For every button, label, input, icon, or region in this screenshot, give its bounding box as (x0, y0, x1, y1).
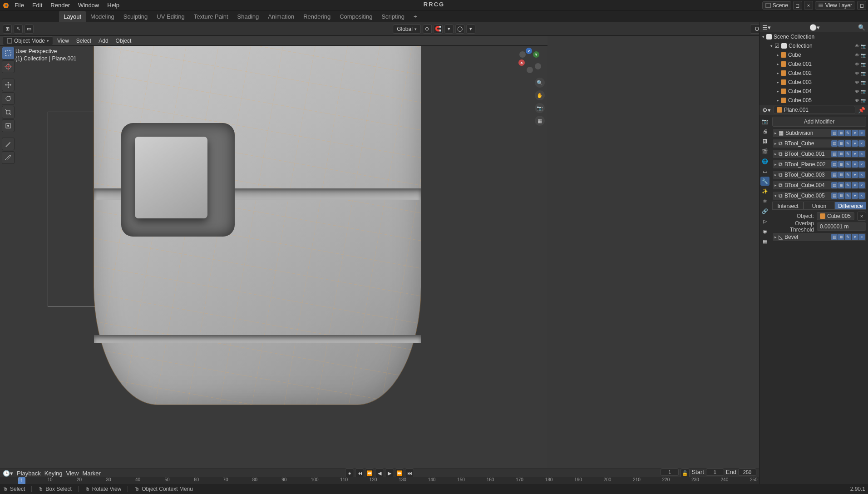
ptab-constraints[interactable]: 🔗 (760, 207, 769, 216)
outliner-item[interactable]: ▸Cube.003👁 📷 (760, 78, 868, 87)
pan-icon[interactable]: ✋ (535, 90, 545, 100)
ptab-scene[interactable]: 🎬 (760, 147, 769, 156)
workspace-compositing[interactable]: Compositing (335, 11, 377, 22)
proportional-type-icon[interactable]: ▾ (466, 25, 475, 34)
outliner-item[interactable]: ▸Cube.005👁 📷 (760, 96, 868, 105)
play-icon[interactable]: ▶ (385, 469, 394, 478)
ptab-texture[interactable]: ▦ (760, 237, 769, 246)
ptab-material[interactable]: ◉ (760, 227, 769, 236)
proportional-icon[interactable]: ◯ (455, 25, 464, 34)
viewlayer-selector[interactable]: View Layer (815, 1, 855, 10)
viewlayer-new-icon[interactable]: ◻ (857, 1, 866, 10)
viewport-menu-view[interactable]: View (54, 36, 72, 46)
outliner-scene-collection[interactable]: ▾ Scene Collection (760, 32, 868, 41)
tool-transform[interactable] (2, 119, 15, 132)
workspace-texpaint[interactable]: Texture Paint (189, 11, 233, 22)
scene-selector[interactable]: Scene (762, 1, 791, 10)
select-tool-icon[interactable]: ▭ (25, 25, 34, 34)
persp-ortho-icon[interactable]: ▦ (535, 116, 545, 126)
cursor-tool-icon[interactable]: ↖ (14, 25, 23, 34)
workspace-scripting[interactable]: Scripting (377, 11, 409, 22)
keyframe-next-icon[interactable]: ⏩ (395, 469, 404, 478)
tl-menu-marker[interactable]: Marker (82, 470, 100, 477)
timeline[interactable]: 🕒▾ Playback Keying View Marker ● ⏮ ⏪ ◀ ▶… (0, 469, 759, 484)
snap-type-icon[interactable]: ▾ (444, 25, 454, 34)
play-reverse-icon[interactable]: ◀ (375, 469, 384, 478)
jump-start-icon[interactable]: ⏮ (355, 469, 364, 478)
modifier-item[interactable]: ▸⧉BTool_Cube.001▤🖥✎▾× (772, 149, 866, 158)
ptab-world[interactable]: 🌐 (760, 157, 769, 166)
workspace-rendering[interactable]: Rendering (299, 11, 335, 22)
boolean-object-field[interactable]: Cube.005 (817, 212, 854, 220)
boolean-intersect[interactable]: Intersect (772, 202, 804, 210)
navigation-gizmo[interactable]: Y X Z (516, 48, 543, 75)
modifier-item[interactable]: ▸◺Bevel▤🖥✎▾× (772, 232, 866, 242)
outliner-editor-icon[interactable]: ☰▾ (762, 24, 771, 31)
workspace-layout[interactable]: Layout (59, 11, 86, 22)
modifier-item-expanded[interactable]: ▾⧉BTool_Cube.005▤🖥✎▾× (772, 191, 866, 200)
properties-editor-icon[interactable]: ⚙▾ (762, 107, 771, 114)
outliner-item[interactable]: ▸Cube👁 📷 (760, 50, 868, 59)
timeline-track[interactable]: 1 01020304050607080901001101201301401501… (0, 477, 759, 484)
snap-icon[interactable]: 🧲 (434, 25, 443, 34)
ptab-physics[interactable]: ⚛ (760, 197, 769, 206)
outliner[interactable]: ▾ Scene Collection ▾☑ Collection 👁 📷 ▸Cu… (760, 32, 868, 105)
scene-delete-icon[interactable]: × (804, 1, 813, 10)
pivot-icon[interactable]: ⊙ (423, 25, 432, 34)
tl-menu-playback[interactable]: Playback (17, 470, 41, 477)
modifier-item[interactable]: ▸⧉BTool_Cube.003▤🖥✎▾× (772, 170, 866, 179)
outliner-item[interactable]: ▸Cube.004👁 📷 (760, 87, 868, 96)
modifier-item[interactable]: ▸▦Subdivision▤🖥✎▾× (772, 128, 866, 138)
boolean-object-clear-icon[interactable]: × (857, 212, 866, 221)
tl-menu-keying[interactable]: Keying (44, 470, 63, 477)
outliner-item[interactable]: ▸Cube.001👁 📷 (760, 59, 868, 69)
tool-rotate[interactable] (2, 92, 15, 105)
menu-render[interactable]: Render (47, 0, 74, 11)
menu-edit[interactable]: Edit (29, 0, 46, 11)
tl-menu-view[interactable]: View (66, 470, 79, 477)
outliner-search-icon[interactable]: 🔍 (858, 24, 865, 31)
tool-cursor[interactable] (2, 60, 15, 73)
add-modifier-button[interactable]: Add Modifier (772, 117, 866, 127)
jump-end-icon[interactable]: ⏭ (405, 469, 414, 478)
end-frame-field[interactable]: 250 (738, 469, 756, 476)
viewport-menu-object[interactable]: Object (113, 36, 135, 46)
tool-move[interactable] (2, 79, 15, 91)
menu-window[interactable]: Window (74, 0, 103, 11)
overlap-threshold-field[interactable]: 0.000001 m (817, 222, 866, 231)
modifier-item[interactable]: ▸⧉BTool_Plane.002▤🖥✎▾× (772, 160, 866, 169)
ptab-render[interactable]: 📷 (760, 117, 769, 126)
pin-icon[interactable]: 📌 (858, 107, 865, 114)
workspace-sculpting[interactable]: Sculpting (119, 11, 152, 22)
viewport-menu-add[interactable]: Add (95, 36, 111, 46)
outliner-item[interactable]: ▸Cube.002👁 📷 (760, 69, 868, 78)
zoom-icon[interactable]: 🔍 (535, 78, 545, 88)
workspace-add[interactable]: + (409, 11, 422, 22)
modifier-item[interactable]: ▸⧉BTool_Cube.004▤🖥✎▾× (772, 181, 866, 190)
boolean-difference[interactable]: Difference (835, 202, 866, 210)
tool-select-box[interactable] (2, 47, 15, 59)
tool-measure[interactable] (2, 151, 15, 164)
workspace-animation[interactable]: Animation (263, 11, 299, 22)
3d-viewport[interactable]: User Perspective (1) Collection | Plane.… (0, 46, 547, 469)
timeline-editor-icon[interactable]: 🕒▾ (3, 470, 13, 477)
ptab-modifiers[interactable]: 🔧 (760, 177, 769, 186)
viewport-menu-select[interactable]: Select (73, 36, 94, 46)
ptab-object[interactable]: ▭ (760, 167, 769, 176)
keyframe-prev-icon[interactable]: ⏪ (365, 469, 374, 478)
ptab-mesh[interactable]: ▷ (760, 217, 769, 226)
start-frame-field[interactable]: 1 (706, 469, 724, 476)
auto-key-icon[interactable]: ● (345, 469, 354, 478)
modifier-item[interactable]: ▸⧉BTool_Cube▤🖥✎▾× (772, 139, 866, 148)
tool-annotate[interactable] (2, 138, 15, 150)
current-frame-field[interactable]: 1 (661, 469, 679, 476)
workspace-modeling[interactable]: Modeling (86, 11, 119, 22)
outliner-filter-icon[interactable]: ⚪▾ (809, 24, 820, 31)
outliner-collection[interactable]: ▾☑ Collection 👁 📷 (760, 41, 868, 50)
editor-type-icon[interactable]: ⊞ (3, 25, 12, 34)
menu-file[interactable]: File (11, 0, 28, 11)
tool-scale[interactable] (2, 106, 15, 119)
frame-lock-icon[interactable]: 🔓 (681, 469, 690, 478)
mode-dropdown[interactable]: Object Mode ▾ (3, 36, 53, 45)
boolean-union[interactable]: Union (804, 202, 835, 210)
